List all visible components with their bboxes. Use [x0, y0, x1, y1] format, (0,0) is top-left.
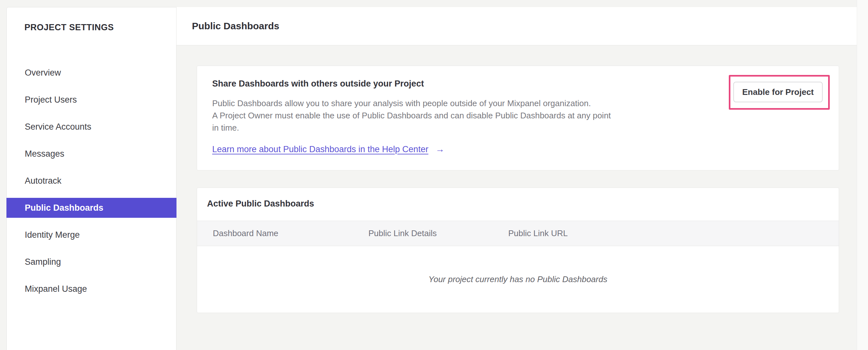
sidebar-item-project-users[interactable]: Project Users — [7, 90, 176, 110]
active-dashboards-card: Active Public Dashboards Dashboard NameP… — [197, 187, 839, 313]
share-dashboards-card: Share Dashboards with others outside you… — [197, 66, 839, 171]
scrollbar-track[interactable] — [857, 0, 868, 350]
page-root: { "colors": { "accent_purple": "#564CD2"… — [0, 0, 868, 350]
sidebar-item-sampling[interactable]: Sampling — [7, 252, 176, 272]
sidebar-item-public-dashboards[interactable]: Public Dashboards — [6, 198, 177, 218]
help-link-row: Learn more about Public Dashboards in th… — [212, 143, 444, 155]
description-line-1: Public Dashboards allow you to share you… — [212, 97, 611, 109]
sidebar-nav: OverviewProject UsersService AccountsMes… — [7, 63, 176, 306]
table-column-header-public-link-url: Public Link URL — [508, 221, 568, 246]
table-column-header-public-link-details: Public Link Details — [368, 221, 437, 246]
sidebar-item-autotrack[interactable]: Autotrack — [7, 171, 176, 191]
sidebar-item-mixpanel-usage[interactable]: Mixpanel Usage — [7, 279, 176, 299]
active-card-heading: Active Public Dashboards — [207, 197, 314, 210]
share-card-heading: Share Dashboards with others outside you… — [212, 79, 424, 89]
empty-state-message: Your project currently has no Public Das… — [197, 246, 839, 313]
enable-for-project-button[interactable]: Enable for Project — [733, 82, 823, 102]
description-line-2: A Project Owner must enable the use of P… — [212, 109, 611, 122]
arrow-right-icon: → — [435, 144, 444, 154]
sidebar-title: PROJECT SETTINGS — [25, 22, 114, 33]
table-column-header-dashboard-name: Dashboard Name — [213, 221, 278, 246]
description-line-3: in time. — [212, 122, 611, 134]
project-settings-sidebar: PROJECT SETTINGS OverviewProject UsersSe… — [6, 7, 177, 350]
main-header: Public Dashboards — [177, 7, 857, 46]
sidebar-item-identity-merge[interactable]: Identity Merge — [7, 225, 176, 245]
sidebar-item-overview[interactable]: Overview — [7, 63, 176, 83]
help-center-link[interactable]: Learn more about Public Dashboards in th… — [212, 144, 428, 154]
dashboards-table-header: Dashboard NamePublic Link DetailsPublic … — [197, 221, 839, 246]
page-title: Public Dashboards — [177, 7, 857, 45]
sidebar-item-service-accounts[interactable]: Service Accounts — [7, 117, 176, 137]
share-card-description: Public Dashboards allow you to share you… — [212, 97, 611, 134]
sidebar-item-messages[interactable]: Messages — [7, 144, 176, 164]
